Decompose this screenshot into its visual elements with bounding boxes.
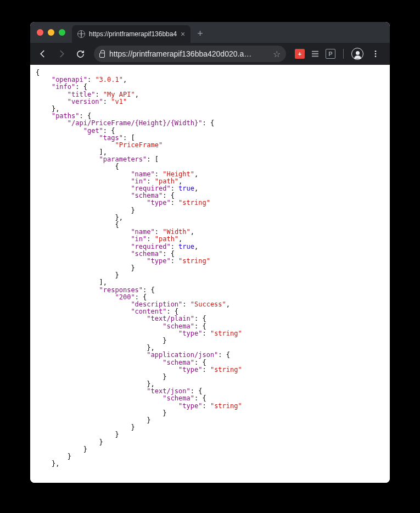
back-button[interactable]	[35, 46, 51, 62]
bookmark-star-icon[interactable]: ☆	[273, 49, 281, 59]
svg-point-5	[375, 55, 377, 57]
maximize-window-button[interactable]	[59, 29, 65, 36]
json-content[interactable]: { "openapi": "3.0.1", "info": { "title":…	[30, 65, 390, 483]
svg-point-3	[375, 51, 377, 52]
svg-point-4	[375, 53, 377, 55]
toolbar-separator	[343, 49, 344, 59]
svg-rect-2	[312, 55, 318, 57]
address-bar[interactable]: https://printframerapif136bba420d020.a… …	[94, 46, 286, 62]
profile-avatar[interactable]	[351, 48, 363, 60]
extension-icons: + P	[292, 46, 385, 62]
browser-tab[interactable]: https://printframerapif136bba4 ×	[72, 25, 191, 43]
extension-icon-3[interactable]: P	[326, 49, 335, 59]
traffic-lights	[37, 29, 65, 36]
globe-icon	[77, 30, 85, 38]
close-window-button[interactable]	[37, 29, 43, 36]
svg-rect-0	[312, 51, 318, 52]
toolbar: https://printframerapif136bba420d020.a… …	[30, 43, 390, 65]
menu-button[interactable]	[369, 46, 382, 62]
extension-icon-2[interactable]	[310, 49, 320, 59]
forward-button[interactable]	[53, 46, 70, 62]
url-text: https://printframerapif136bba420d020.a…	[109, 49, 268, 58]
titlebar: https://printframerapif136bba4 × +	[30, 22, 390, 43]
lock-icon	[99, 53, 105, 58]
reload-button[interactable]	[72, 46, 88, 62]
close-tab-icon[interactable]: ×	[181, 30, 185, 38]
browser-window: https://printframerapif136bba4 × + https…	[30, 22, 390, 483]
new-tab-button[interactable]: +	[197, 28, 203, 40]
svg-rect-1	[312, 53, 318, 54]
minimize-window-button[interactable]	[48, 29, 54, 36]
tab-title: https://printframerapif136bba4	[89, 30, 177, 38]
extension-icon-1[interactable]: +	[295, 49, 305, 59]
